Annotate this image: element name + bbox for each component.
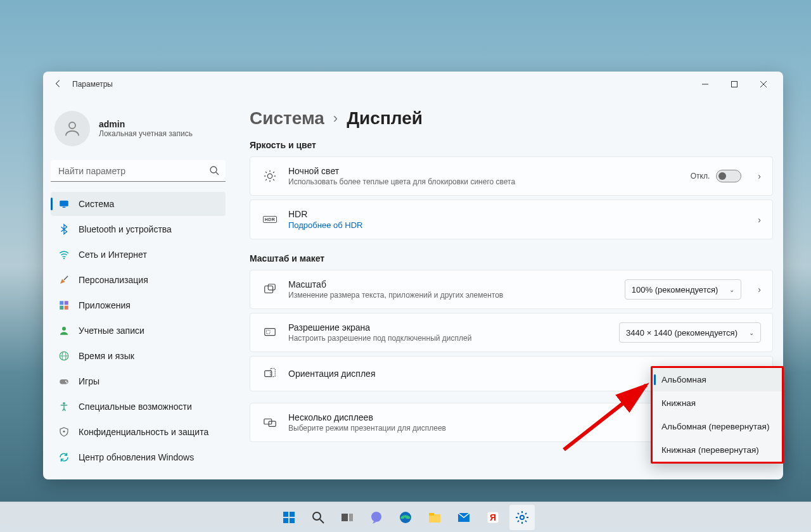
section-scale: Масштаб и макет [250,253,773,263]
svg-rect-1 [732,82,738,87]
toggle-label: Откл. [691,172,710,180]
chevron-right-icon[interactable]: › [751,171,761,181]
nav-item-brush[interactable]: Персонализация [51,268,226,292]
svg-line-47 [320,519,324,523]
sun-icon [262,168,278,184]
nav-item-accessibility[interactable]: Специальные возможности [51,395,226,419]
task-view[interactable] [335,505,360,530]
settings-icon[interactable] [509,505,535,530]
search-box[interactable] [51,160,226,182]
maximize-button[interactable] [720,75,749,94]
card-resolution[interactable]: Разрешение экрана Настроить разрешение п… [250,313,773,352]
nav-item-display[interactable]: Система [51,192,226,216]
nav-item-update[interactable]: Центр обновления Windows [51,445,226,469]
resolution-dropdown[interactable]: 3440 × 1440 (рекомендуется) ⌄ [619,322,761,343]
svg-rect-12 [65,301,68,305]
hdr-link[interactable]: Подробнее об HDR [288,220,741,230]
displays-icon [262,414,278,431]
svg-point-5 [210,167,217,173]
breadcrumb: Система › Дисплей [250,108,773,129]
svg-point-9 [63,258,65,259]
breadcrumb-current: Дисплей [347,108,423,129]
svg-rect-37 [265,370,272,376]
orientation-popup: АльбомнаяКнижнаяАльбомная (перевернутая)… [651,366,784,464]
mail-icon[interactable] [451,505,476,530]
user-subtitle: Локальная учетная запись [99,129,193,138]
nav-item-person[interactable]: Учетные записи [51,319,226,343]
svg-rect-8 [63,207,66,208]
svg-rect-34 [268,284,275,290]
chevron-down-icon: ⌄ [729,286,734,293]
svg-rect-43 [290,512,295,517]
svg-rect-38 [271,369,275,377]
section-brightness: Яркость и цвет [250,140,773,150]
chevron-down-icon: ⌄ [749,329,754,336]
svg-point-20 [65,381,67,382]
nav-item-apps[interactable]: Приложения [51,293,226,317]
nav-item-wifi[interactable]: Сеть и Интернет [51,243,226,267]
nav-item-globe[interactable]: Время и язык [51,344,226,368]
explorer-icon[interactable] [422,505,447,530]
person-icon [58,325,70,336]
svg-line-10 [64,276,68,280]
svg-rect-11 [60,301,63,305]
yandex-icon[interactable]: Я [480,505,506,530]
chevron-right-icon[interactable]: › [751,284,761,294]
orientation-option[interactable]: Книжная (перевернутая) [653,438,782,462]
svg-point-24 [267,174,272,178]
globe-icon [58,350,70,362]
svg-rect-53 [429,513,434,516]
svg-point-57 [520,516,524,519]
svg-rect-42 [283,512,288,517]
svg-point-15 [62,327,66,331]
nav-list: СистемаBluetooth и устройстваСеть и Инте… [51,192,226,469]
taskbar-search[interactable] [305,505,331,530]
svg-rect-36 [267,330,271,334]
nav-item-gamepad[interactable]: Игры [51,369,226,393]
scale-dropdown[interactable]: 100% (рекомендуется) ⌄ [625,279,741,300]
svg-point-4 [69,122,75,129]
edge-icon[interactable] [393,505,418,530]
minimize-button[interactable] [691,75,720,94]
window-title: Параметры [72,80,113,89]
card-scale[interactable]: Масштаб Изменение размера текста, прилож… [250,270,773,309]
apps-icon [58,300,70,311]
gamepad-icon [58,376,70,387]
accessibility-icon [58,401,70,412]
chevron-right-icon[interactable]: › [751,215,761,225]
svg-point-23 [63,431,65,433]
orientation-option[interactable]: Альбомная (перевернутая) [653,415,782,438]
search-icon [209,165,219,178]
orientation-option[interactable]: Книжная [653,391,782,415]
display-icon [58,198,70,210]
resolution-icon [262,324,278,341]
svg-line-32 [273,172,274,173]
svg-rect-7 [60,201,68,206]
svg-line-31 [265,179,267,180]
svg-text:Я: Я [490,512,496,522]
nav-item-bluetooth[interactable]: Bluetooth и устройства [51,217,226,241]
chevron-right-icon: › [333,110,338,127]
start-button[interactable] [276,505,302,530]
scale-icon [262,281,278,298]
brush-icon [58,274,70,286]
back-button[interactable] [48,79,68,90]
card-hdr[interactable]: HDR HDR Подробнее об HDR › [250,200,773,239]
close-button[interactable] [749,75,778,94]
search-input[interactable] [51,160,226,182]
orientation-option[interactable]: Альбомная [653,368,782,391]
taskbar: Я [0,502,811,532]
user-account[interactable]: admin Локальная учетная запись [51,102,226,158]
chat-icon[interactable] [364,505,389,530]
night-light-toggle[interactable] [716,170,741,182]
orientation-icon [262,365,278,382]
nav-item-shield[interactable]: Конфиденциальность и защита [51,420,226,444]
hdr-icon: HDR [262,212,278,228]
breadcrumb-parent[interactable]: Система [250,108,324,129]
avatar-icon [54,111,90,146]
card-night-light[interactable]: Ночной свет Использовать более теплые цв… [250,156,773,196]
svg-rect-48 [342,514,348,521]
svg-rect-33 [265,286,273,293]
svg-rect-13 [60,306,63,310]
svg-rect-44 [283,518,288,523]
